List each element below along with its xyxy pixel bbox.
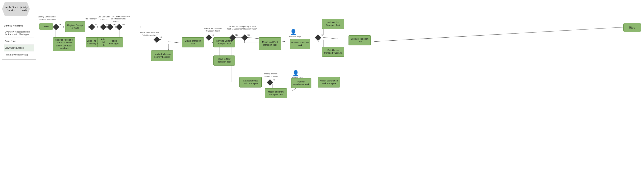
q-modify2-no: No <box>273 79 275 81</box>
handle-shortages-box[interactable]: Handle Shortages <box>105 37 123 47</box>
perform-warehouse-box[interactable]: Perform Warehouse Task <box>291 78 311 88</box>
register-serial-box[interactable]: Register Receipt of Parts with Serials a… <box>53 37 75 51</box>
flowchart-canvas: Handle Direct Receipt (Activity Level) G… <box>0 0 644 174</box>
execute-transport-box[interactable]: Execute Transport Task <box>349 35 371 45</box>
sidebar-title: General Activities <box>4 24 34 27</box>
pick-unpick-box[interactable]: Pick/Unpick Transport Task <box>322 19 344 29</box>
sidebar-item-print-tag[interactable]: Print Serviceability Tag <box>4 51 34 58</box>
q-serial-no: No <box>59 23 61 25</box>
q-serial-label: Specify Serial and/or Lot/Batch Numbers? <box>37 16 56 21</box>
svg-line-36 <box>374 27 626 42</box>
pick-unpick-diamond <box>315 34 321 41</box>
q-addmove-diamond <box>206 34 212 41</box>
q-modify1-label: Modify or Print Transport Task? <box>241 25 258 31</box>
modify-print-1-box[interactable]: Modify and Print Transport Task <box>259 37 281 50</box>
create-transport-box[interactable]: Create Transport Task <box>182 37 204 47</box>
q-barcode-diamond <box>100 24 106 30</box>
header-subtitle: (Activity Level) <box>18 6 29 12</box>
header-shape: Handle Direct Receipt (Activity Level) <box>2 2 30 16</box>
sidebar-item-note[interactable]: Enter Note <box>4 38 34 45</box>
pick-no-label: No <box>321 34 323 36</box>
modify-print-2-box[interactable]: Modify and Print Transport Task <box>265 88 287 98</box>
manual-step-person-2: 👤 <box>292 70 299 77</box>
get-warehouse-box[interactable]: Get Warehouse Task, Transport <box>239 77 262 88</box>
q-pallet-no: No <box>122 23 125 25</box>
q-modify2-diamond <box>267 79 273 85</box>
q-preposting-diamond <box>89 24 95 30</box>
q-modify1-diamond <box>241 34 248 41</box>
q-move-pallet-no: No <box>160 36 162 38</box>
q-pallet-diamond <box>116 24 122 30</box>
q-serial-diamond <box>53 24 59 30</box>
q-modify2-label: Modify or Print Transport Task? <box>263 73 279 78</box>
manual-step-person-1: 👤 <box>290 29 297 36</box>
q-preposting-label: Pre-Posting? <box>84 18 97 20</box>
q-modify1-no: No <box>247 34 250 36</box>
report-warehouse-box[interactable]: Report Warehouse Task Transport <box>318 77 340 88</box>
q-addmove-no: No <box>212 34 214 36</box>
sidebar-item-overview[interactable]: Overview Receipt History for Parts with … <box>4 28 34 38</box>
q-pallet-label: Pallet-Handled Parts? <box>116 15 130 20</box>
header-title: Handle Direct Receipt <box>3 6 18 12</box>
start-node: Start <box>39 23 53 30</box>
move-new-box[interactable]: Move to New Transport Task <box>213 55 235 66</box>
q-move-pallet-diamond <box>154 36 160 43</box>
svg-line-31 <box>323 37 338 39</box>
manual-step-label-1: Manual Step <box>287 35 303 38</box>
pick-unpick-line-box[interactable]: Pick/Unpick Transport Task Line <box>322 47 344 57</box>
sidebar: General Activities Overview Receipt Hist… <box>2 23 36 60</box>
perform-transport-box[interactable]: Perform Transport Task <box>290 39 310 49</box>
q-preposting-no: No <box>95 23 97 25</box>
q-move-pallet-label: Move Parts from one Pallet to another? <box>140 32 159 37</box>
sidebar-item-view-config[interactable]: View Configuration <box>4 45 34 51</box>
handle-pallets-box[interactable]: Handle Pallets on Delivery Location <box>151 50 173 61</box>
stop-node: Stop <box>623 23 641 32</box>
q-shortages-no: No <box>113 23 115 25</box>
q-addmove-label: Add/Move Lines on Transport Task? <box>204 27 222 33</box>
q-warehousing-no: No <box>235 34 238 36</box>
register-receipt-box[interactable]: Register Receipt of Parts <box>65 21 85 32</box>
